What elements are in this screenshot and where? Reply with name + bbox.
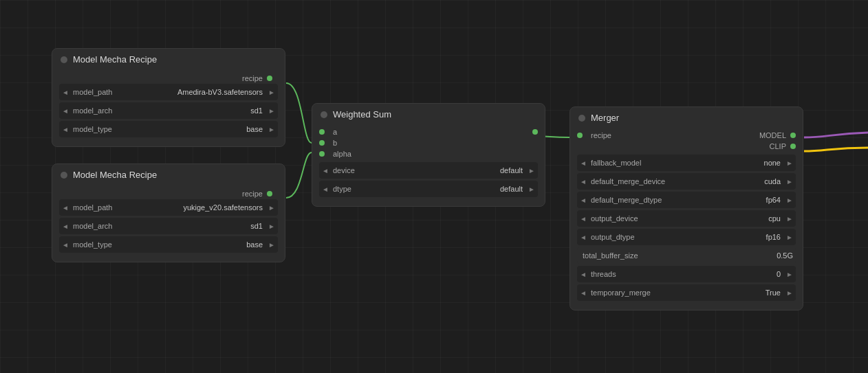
weighted-dtype-right-arrow[interactable]: ► — [525, 181, 538, 197]
weighted-dtype-left-arrow[interactable]: ◄ — [319, 181, 332, 197]
merger-model-output-port[interactable] — [790, 133, 796, 138]
node1-output-port[interactable] — [267, 76, 272, 81]
merger-output_device-right-arrow[interactable]: ► — [783, 210, 796, 227]
merger-output_device-value: cpu — [768, 214, 783, 223]
merger-field-default_merge_device[interactable]: ◄ default_merge_device cuda ► — [577, 173, 796, 190]
node2-field-model_path[interactable]: ◄ model_path yukige_v20.safetensors ► — [59, 199, 278, 216]
merger-recipe-input-port[interactable] — [577, 133, 583, 138]
node1-model_path-right-arrow[interactable]: ► — [265, 84, 278, 100]
node2-model_arch-right-arrow[interactable]: ► — [265, 218, 278, 234]
node1-model_arch-label: model_arch — [72, 106, 250, 115]
node1-status-dot — [61, 56, 67, 63]
weighted-device-value: default — [500, 166, 525, 174]
merger-field-total_buffer_size[interactable]: total_buffer_size 0.5G — [577, 247, 796, 264]
weighted-output-port[interactable] — [532, 129, 538, 135]
node2-model_path-right-arrow[interactable]: ► — [265, 199, 278, 216]
merger-temporary_merge-right-arrow[interactable]: ► — [783, 284, 796, 301]
merger-total_buffer_size-value: 0.5G — [777, 251, 796, 260]
merger-field-default_merge_dtype[interactable]: ◄ default_merge_dtype fp64 ► — [577, 192, 796, 208]
weighted-input-a-label: a — [333, 128, 337, 136]
merger-output_device-label: output_device — [589, 214, 768, 223]
merger-default_merge_dtype-label: default_merge_dtype — [589, 196, 766, 204]
merger-default_merge_dtype-right-arrow[interactable]: ► — [783, 192, 796, 208]
merger-field-fallback_model[interactable]: ◄ fallback_model none ► — [577, 155, 796, 171]
weighted-device-left-arrow[interactable]: ◄ — [319, 162, 332, 179]
node1-model_type-left-arrow[interactable]: ◄ — [59, 121, 72, 137]
merger-threads-right-arrow[interactable]: ► — [783, 266, 796, 282]
weighted-input-alpha-port[interactable] — [319, 151, 325, 157]
node1-title: Model Mecha Recipe — [73, 54, 157, 65]
node2-recipe-output: recipe — [59, 188, 278, 199]
weighted-input-b-port[interactable] — [319, 140, 325, 146]
merger-fallback_model-right-arrow[interactable]: ► — [783, 155, 796, 171]
node1-recipe-output: recipe — [59, 73, 278, 84]
merger-default_merge_device-right-arrow[interactable]: ► — [783, 173, 796, 190]
merger-field-output_device[interactable]: ◄ output_device cpu ► — [577, 210, 796, 227]
node2-title: Model Mecha Recipe — [73, 170, 157, 180]
node2-model_path-left-arrow[interactable]: ◄ — [59, 199, 72, 216]
merger-clip-output-port[interactable] — [790, 144, 796, 149]
node1-model_path-value: Amedira-bV3.safetensors — [177, 88, 265, 96]
node-merger-header: Merger — [570, 107, 803, 128]
merger-total_buffer_size-label: total_buffer_size — [577, 251, 777, 260]
node2-model_arch-left-arrow[interactable]: ◄ — [59, 218, 72, 234]
node1-field-model_type[interactable]: ◄ model_type base ► — [59, 121, 278, 137]
node-merger[interactable]: Merger recipe MODEL CLIP ◄ fa — [569, 106, 803, 310]
node-weighted-title: Weighted Sum — [333, 109, 391, 120]
merger-output_dtype-label: output_dtype — [589, 233, 766, 241]
merger-model-output-label: MODEL — [759, 131, 786, 139]
node1-model_path-label: model_path — [72, 88, 177, 96]
merger-temporary_merge-value: True — [766, 289, 783, 297]
merger-field-output_dtype[interactable]: ◄ output_dtype fp16 ► — [577, 229, 796, 245]
node2-status-dot — [61, 172, 67, 179]
merger-default_merge_dtype-left-arrow[interactable]: ◄ — [577, 192, 589, 208]
node2-model_arch-value: sd1 — [250, 222, 265, 230]
node2-recipe-label: recipe — [242, 190, 263, 198]
merger-fallback_model-left-arrow[interactable]: ◄ — [577, 155, 589, 171]
merger-temporary_merge-label: temporary_merge — [589, 289, 766, 297]
node-model2[interactable]: Model Mecha Recipe recipe ◄ model_path y… — [52, 163, 285, 262]
weighted-input-alpha-label: alpha — [333, 150, 351, 158]
merger-fallback_model-value: none — [764, 159, 783, 167]
node2-model_type-label: model_type — [72, 240, 246, 249]
node-model1[interactable]: Model Mecha Recipe recipe ◄ model_path A… — [52, 48, 285, 147]
weighted-input-b-label: b — [333, 139, 337, 147]
merger-output_dtype-value: fp16 — [766, 233, 783, 241]
node2-model_type-left-arrow[interactable]: ◄ — [59, 236, 72, 253]
node1-model_type-value: base — [246, 125, 265, 133]
node2-field-model_type[interactable]: ◄ model_type base ► — [59, 236, 278, 253]
merger-output_dtype-right-arrow[interactable]: ► — [783, 229, 796, 245]
node1-recipe-label: recipe — [242, 74, 263, 82]
node2-model_type-value: base — [246, 240, 265, 249]
merger-threads-label: threads — [589, 270, 777, 278]
node1-model_path-left-arrow[interactable]: ◄ — [59, 84, 72, 100]
node2-model_type-right-arrow[interactable]: ► — [265, 236, 278, 253]
merger-output_device-left-arrow[interactable]: ◄ — [577, 210, 589, 227]
merger-default_merge_device-left-arrow[interactable]: ◄ — [577, 173, 589, 190]
node1-model_type-right-arrow[interactable]: ► — [265, 121, 278, 137]
node-weighted[interactable]: Weighted Sum a b alpha ◄ device — [312, 103, 545, 207]
merger-threads-value: 0 — [777, 270, 783, 278]
node1-model_arch-left-arrow[interactable]: ◄ — [59, 102, 72, 119]
merger-threads-left-arrow[interactable]: ◄ — [577, 266, 589, 282]
weighted-input-a-port[interactable] — [319, 129, 325, 135]
node1-model_arch-right-arrow[interactable]: ► — [265, 102, 278, 119]
node1-field-model_path[interactable]: ◄ model_path Amedira-bV3.safetensors ► — [59, 84, 278, 100]
node-weighted-header: Weighted Sum — [312, 104, 545, 125]
node2-field-model_arch[interactable]: ◄ model_arch sd1 ► — [59, 218, 278, 234]
merger-field-temporary_merge[interactable]: ◄ temporary_merge True ► — [577, 284, 796, 301]
merger-output_dtype-left-arrow[interactable]: ◄ — [577, 229, 589, 245]
weighted-field-dtype[interactable]: ◄ dtype default ► — [319, 181, 538, 197]
weighted-device-label: device — [332, 166, 500, 174]
merger-temporary_merge-left-arrow[interactable]: ◄ — [577, 284, 589, 301]
merger-clip-output-label: CLIP — [770, 142, 786, 150]
node-merger-title: Merger — [591, 113, 619, 123]
node1-model_arch-value: sd1 — [250, 106, 265, 115]
node1-field-model_arch[interactable]: ◄ model_arch sd1 ► — [59, 102, 278, 119]
weighted-device-right-arrow[interactable]: ► — [525, 162, 538, 179]
weighted-field-device[interactable]: ◄ device default ► — [319, 162, 538, 179]
merger-field-threads[interactable]: ◄ threads 0 ► — [577, 266, 796, 282]
node2-body: recipe ◄ model_path yukige_v20.safetenso… — [52, 185, 285, 262]
node2-output-port[interactable] — [267, 191, 272, 196]
node-weighted-body: a b alpha ◄ device default ► ◄ dtyp — [312, 125, 545, 206]
